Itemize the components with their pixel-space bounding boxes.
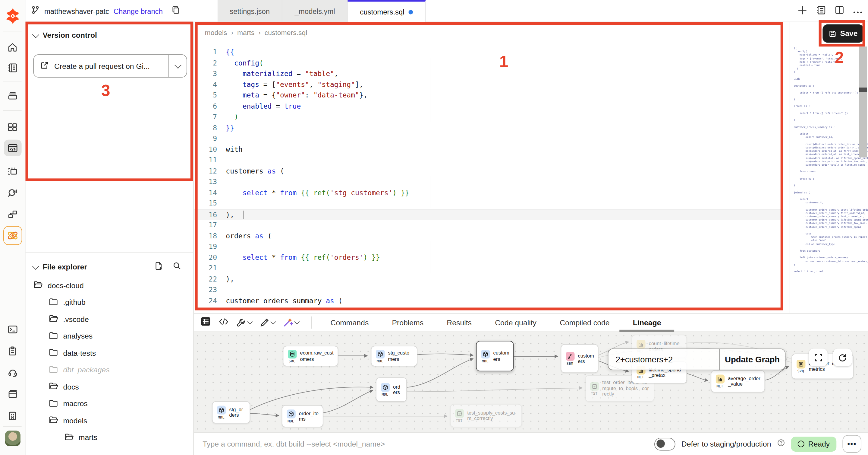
code-line-1[interactable]: 1{{ [194, 47, 789, 57]
copilot-fix-wand-icon[interactable] [283, 317, 299, 328]
code-line-13[interactable]: 13 [194, 176, 789, 187]
code-line-10[interactable]: 10with [194, 144, 789, 155]
help-icon[interactable] [777, 439, 785, 449]
home-icon[interactable] [4, 39, 22, 56]
code-line-3[interactable]: 3 materialized = "table", [194, 68, 789, 79]
code-line-21[interactable]: 21 [194, 263, 789, 274]
new-file-icon[interactable] [154, 262, 163, 272]
bottom-tab-code-quality[interactable]: Code quality [495, 314, 536, 331]
insights-search-icon[interactable] [4, 184, 22, 201]
copy-icon[interactable] [172, 5, 180, 17]
tree-item-marts[interactable]: marts [25, 429, 193, 446]
editor-scrollbar-thumb[interactable] [859, 87, 867, 92]
code-line-19[interactable]: 19 [194, 241, 789, 252]
chevron-down-icon[interactable] [294, 319, 300, 324]
preview-table-icon[interactable] [200, 316, 211, 329]
dbt-logo-icon[interactable] [4, 8, 22, 24]
code-line-15[interactable]: 15 [194, 198, 789, 209]
lineage-node-ecom-raw-customers[interactable]: SRCecom.raw_customers [283, 346, 338, 366]
code-line-18[interactable]: 18orders as ( [194, 230, 789, 241]
code-line-23[interactable]: 23 [194, 284, 789, 295]
code-line-7[interactable]: 7 ) [194, 111, 789, 122]
format-code-icon[interactable] [259, 318, 275, 327]
lineage-node-average-order-value[interactable]: METaverage_order_value [711, 370, 765, 392]
refresh-icon[interactable] [833, 348, 852, 366]
canvas-icon[interactable] [4, 163, 22, 179]
code-line-24[interactable]: 24customer_orders_summary as ( [194, 295, 789, 306]
tree-item-models[interactable]: models [25, 413, 193, 429]
user-avatar[interactable] [4, 430, 22, 447]
file-explorer-header[interactable]: File explorer [25, 252, 193, 277]
code-editor-icon[interactable] [4, 140, 22, 156]
fullscreen-icon[interactable] [809, 348, 827, 366]
code-line-22[interactable]: 22), [194, 273, 789, 284]
code-compile-icon[interactable] [218, 317, 228, 328]
code-line-17[interactable]: 17 [194, 219, 789, 230]
bottom-tab-lineage[interactable]: Lineage [633, 314, 661, 331]
tree-item-analyses[interactable]: analyses [25, 328, 193, 345]
version-control-header[interactable]: Version control [25, 22, 193, 44]
breadcrumb-marts[interactable]: marts [237, 29, 254, 37]
code-line-14[interactable]: 14 select * from {{ ref('stg_customers')… [194, 187, 789, 198]
clipboard-icon[interactable] [4, 342, 22, 359]
branch-name[interactable]: matthewshaver-patc [44, 7, 109, 16]
terminal-icon[interactable] [4, 321, 22, 337]
tree-item-data-tests[interactable]: data-tests [25, 345, 193, 362]
tab-settings.json[interactable]: settings.json [218, 0, 282, 22]
command-input[interactable]: Type a command, ex. dbt build --select <… [194, 439, 654, 448]
notebook-icon[interactable] [4, 59, 22, 76]
code-line-8[interactable]: 8}} [194, 122, 789, 133]
tree-item-macros[interactable]: macros [25, 395, 193, 412]
lineage-selector-input[interactable]: 2+customers+2 [609, 349, 719, 370]
change-branch-link[interactable]: Change branch [114, 7, 163, 16]
search-icon[interactable] [173, 262, 181, 272]
tree-item-dbt_packages[interactable]: dbt_packages [25, 362, 193, 378]
lineage-canvas[interactable]: SRCecom.raw_customersMDLstg_customersMDL… [194, 332, 868, 432]
new-tab-plus-icon[interactable] [798, 5, 807, 17]
share-windows-icon[interactable] [4, 205, 22, 222]
code-line-16[interactable]: 16), [194, 209, 782, 220]
tree-item-docs[interactable]: docs [25, 378, 193, 395]
minimap[interactable]: {{ config( materialized = "table", tags … [794, 47, 855, 273]
defer-toggle[interactable] [654, 437, 675, 450]
building-icon[interactable] [4, 407, 22, 424]
code-line-4[interactable]: 4 tags = ["events", "staging"], [194, 79, 789, 90]
more-options-icon[interactable] [853, 6, 862, 16]
browser-window-icon[interactable] [4, 386, 22, 402]
lineage-node-stg-customers[interactable]: MDLstg_customers [371, 346, 417, 366]
chevron-down-icon[interactable] [270, 319, 276, 324]
lineage-node-customers-model[interactable]: MDLcustomers [476, 341, 514, 371]
chevron-down-icon[interactable] [247, 319, 253, 324]
bottom-tab-compiled-code[interactable]: Compiled code [560, 314, 610, 331]
command-more-button[interactable]: ••• [842, 435, 861, 453]
pr-dropdown-caret[interactable] [169, 64, 187, 67]
lineage-node-order-items[interactable]: MDLorder_items [282, 405, 323, 427]
code-line-20[interactable]: 20 select * from {{ ref('orders') }} [194, 252, 789, 263]
create-pull-request-button[interactable]: Create a pull request on Gi... [33, 54, 187, 78]
code-line-6[interactable]: 6 enabled = true [194, 101, 789, 111]
bottom-tab-results[interactable]: Results [447, 314, 472, 331]
lineage-node-stg-orders[interactable]: MDLstg_orders [212, 401, 250, 423]
split-pane-icon[interactable] [835, 5, 844, 17]
bottom-tab-commands[interactable]: Commands [331, 314, 369, 331]
status-badge[interactable]: Ready [791, 436, 837, 451]
stack-drawer-icon[interactable] [4, 87, 22, 104]
breadcrumb-file[interactable]: customers.sql [265, 29, 307, 37]
code-line-12[interactable]: 12customers as ( [194, 165, 789, 176]
build-wrench-icon[interactable] [236, 318, 252, 327]
lineage-node-orders[interactable]: MDLorders [376, 377, 407, 402]
code-line-2[interactable]: 2 config( [194, 57, 789, 68]
update-graph-button[interactable]: Update Graph [720, 349, 785, 370]
tab-customers.sql[interactable]: customers.sql [348, 0, 426, 22]
breadcrumb-models[interactable]: models [205, 29, 227, 37]
tree-item-.github[interactable]: .github [25, 294, 193, 311]
tree-item-docs-cloud[interactable]: docs-cloud [25, 277, 193, 294]
code-line-11[interactable]: 11 [194, 154, 789, 165]
save-button[interactable]: Save [823, 24, 864, 43]
dashboard-grid-icon[interactable] [4, 119, 22, 135]
headset-support-icon[interactable] [4, 364, 22, 381]
editor-scrollbar-track[interactable] [859, 47, 867, 157]
code-lines[interactable]: 1{{2 config(3 materialized = "table",4 t… [194, 47, 789, 306]
tab-_models.yml[interactable]: _models.yml [282, 0, 348, 22]
tree-item-.vscode[interactable]: .vscode [25, 311, 193, 328]
